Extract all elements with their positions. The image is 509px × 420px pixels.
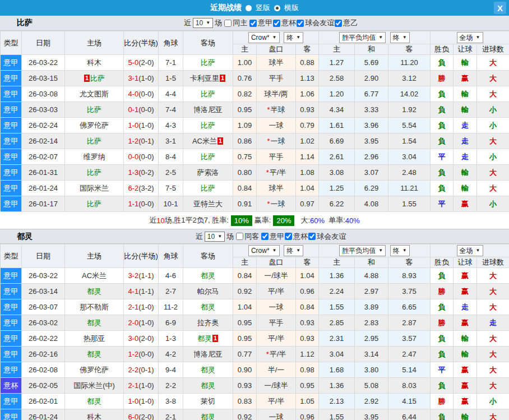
fulltime-score: 5-0 xyxy=(128,58,138,67)
recent-count-select[interactable]: 10▼ xyxy=(193,18,213,28)
avg-away-odds: 1.92 xyxy=(388,102,431,118)
corner-cell: 2-2 xyxy=(159,378,183,394)
halftime-score: (0-2) xyxy=(138,168,154,177)
wdl-final-select[interactable]: 终▼ xyxy=(390,32,410,43)
league-filter-checkbox[interactable]: 意杯 xyxy=(272,18,296,28)
fulltime-score: 0-0 xyxy=(128,153,138,161)
scope-select[interactable]: 全场▼ xyxy=(457,245,483,256)
score-cell: 1-1(0-0) xyxy=(124,196,159,212)
col-odds-home: 主 xyxy=(233,257,257,268)
goals-result-cell: 大 xyxy=(477,133,509,149)
away-team-name: 都灵 xyxy=(201,303,215,311)
avg-draw-odds: 3.80 xyxy=(355,362,388,378)
fulltime-score: 2-1 xyxy=(128,381,138,390)
league-filter-checkbox[interactable]: 意甲 xyxy=(249,18,272,28)
wdl-avg-select[interactable]: 胜平负均值▼ xyxy=(339,245,386,256)
league-filter-checkbox[interactable]: 意杯 xyxy=(284,232,308,242)
league-tag: 意甲 xyxy=(1,102,22,118)
result-cell: 負 xyxy=(431,299,454,315)
table-row: 意甲26-02-22热那亚3-0(2-0)1-3都灵10.95平/半0.932.… xyxy=(1,331,509,347)
home-team-name: 科木 xyxy=(87,58,101,67)
col-away: 客场 xyxy=(183,31,233,55)
home-team-cell: 国际米兰(中) xyxy=(65,378,124,394)
score-cell: 4-0(0-0) xyxy=(124,86,159,102)
goals-result-cell: 大 xyxy=(477,55,509,71)
close-button[interactable]: X xyxy=(494,2,506,14)
league-tag: 意甲 xyxy=(1,86,22,102)
away-team-cell: 比萨 xyxy=(183,149,233,165)
away-team-cell: 博洛尼亚 xyxy=(183,102,233,118)
bookmaker-select[interactable]: Crow*▼ xyxy=(248,32,280,43)
date-cell: 26-01-24 xyxy=(22,181,65,196)
league-filter-input[interactable] xyxy=(285,233,292,240)
avg-away-odds: 1.55 xyxy=(388,196,431,212)
horizontal-layout-label[interactable]: 横版 xyxy=(284,3,299,13)
avg-draw-odds: 5.69 xyxy=(355,55,388,71)
chevron-down-icon: ▼ xyxy=(476,35,480,40)
away-team-name: 莱切 xyxy=(201,397,215,405)
league-filter-input[interactable] xyxy=(261,233,269,240)
home-team-name: 都灵 xyxy=(87,350,101,358)
col-date: 日期 xyxy=(22,244,65,268)
corner-cell: 8-4 xyxy=(159,149,183,165)
league-filter-checkbox[interactable]: 球会友谊 xyxy=(308,232,346,242)
same-venue-input[interactable] xyxy=(236,233,243,240)
halftime-score: (0-0) xyxy=(138,350,154,358)
league-filter-checkbox[interactable]: 意甲 xyxy=(261,232,284,242)
recent-count-select[interactable]: 10▼ xyxy=(205,232,225,242)
col-result: 胜负 xyxy=(431,257,454,268)
league-filter-input[interactable] xyxy=(273,20,280,27)
league-filter-checkbox[interactable]: 球会友谊 xyxy=(296,18,334,28)
avg-draw-odds: 2.83 xyxy=(355,315,388,331)
corner-cell: 2-5 xyxy=(159,165,183,181)
avg-home-odds: 2.58 xyxy=(319,71,355,86)
corner-cell: 4-6 xyxy=(159,268,183,284)
wdl-avg-select[interactable]: 胜平负均值▼ xyxy=(339,32,386,43)
table-row: 意甲26-03-151比萨3-1(1-0)1-5卡利亚里10.76平手1.132… xyxy=(1,71,509,86)
bookmaker-final-select[interactable]: 终▼ xyxy=(284,245,303,256)
avg-home-odds: 4.34 xyxy=(319,102,355,118)
home-team-name: 国际米兰(中) xyxy=(73,381,115,390)
recent-results-table-2: 类型 日期 主场 比分(半场) 角球 客场 Crow*▼ 终▼ 胜平负均值▼ 终… xyxy=(0,244,509,420)
result-cell: 負 xyxy=(431,378,454,394)
filter-bar: 近 10▼ 场 同客 意甲意杯球会友谊 xyxy=(33,232,509,242)
result-cell: 平 xyxy=(431,362,454,378)
home-team-cell: 都灵 xyxy=(65,394,124,409)
league-filter-input[interactable] xyxy=(308,233,316,240)
crow-handicap: *一球 xyxy=(257,196,296,212)
handicap-text: 一球 xyxy=(269,121,284,130)
bookmaker-final-select[interactable]: 终▼ xyxy=(284,32,303,43)
vertical-layout-radio[interactable] xyxy=(246,5,252,11)
avg-away-odds: 3.57 xyxy=(388,331,431,347)
horizontal-layout-radio[interactable] xyxy=(274,5,280,11)
corner-cell: 6-9 xyxy=(159,315,183,331)
same-venue-checkbox[interactable]: 同主 xyxy=(224,18,247,28)
league-filter-input[interactable] xyxy=(297,20,304,27)
avg-draw-odds: 2.95 xyxy=(355,331,388,347)
same-venue-checkbox[interactable]: 同客 xyxy=(235,232,259,242)
crow-away-odds: 0.93 xyxy=(296,315,319,331)
handicap-text: 平/半 xyxy=(270,350,286,358)
table-row: 意甲26-03-08尤文图斯4-0(0-0)4-4比萨0.82球半/两1.061… xyxy=(1,86,509,102)
league-filter-input[interactable] xyxy=(335,20,342,27)
league-filter-checkbox[interactable]: 意乙 xyxy=(334,18,358,28)
same-venue-input[interactable] xyxy=(224,20,232,27)
scope-select[interactable]: 全场▼ xyxy=(457,32,483,43)
wdl-final-select[interactable]: 终▼ xyxy=(390,245,410,256)
avg-away-odds: 8.03 xyxy=(388,378,431,394)
crow-handicap: 平/半 xyxy=(257,331,296,347)
league-filter-input[interactable] xyxy=(249,20,257,27)
away-team-cell: 卡利亚里1 xyxy=(183,71,233,86)
handicap-text: 平手 xyxy=(269,74,284,82)
halftime-score: (1-0) xyxy=(138,121,154,130)
crow-handicap: 球半/两 xyxy=(257,86,296,102)
table-row: 意甲26-02-01都灵1-0(1-0)3-8莱切0.83平/半1.052.13… xyxy=(1,394,509,409)
result-cell: 負 xyxy=(431,133,454,149)
handicap-text: 球半/两 xyxy=(264,90,288,98)
handicap-text: 一/球半 xyxy=(264,381,288,390)
away-team-cell: 亚特兰大 xyxy=(183,196,233,212)
handicap-text: 一球 xyxy=(271,137,285,145)
bookmaker-select[interactable]: Crow*▼ xyxy=(248,245,280,256)
handicap-result-cell: 赢 xyxy=(454,378,477,394)
vertical-layout-label[interactable]: 竖版 xyxy=(256,3,270,13)
